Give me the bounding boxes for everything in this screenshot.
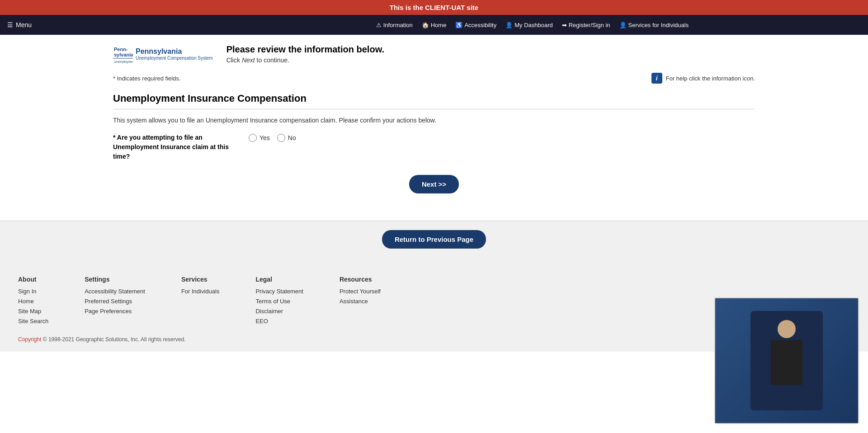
logo-text: Pennsylvania Unemployment Compensation S…	[136, 47, 213, 61]
interpreter-person-area	[750, 311, 823, 352]
footer-services-links: For Individuals	[181, 287, 220, 295]
required-note: * Indicates required fields. i For help …	[113, 73, 755, 84]
nav-information[interactable]: ⚠ Information	[376, 22, 413, 28]
nav-accessibility[interactable]: ♿ Accessibility	[455, 22, 496, 28]
footer-services-heading: Services	[181, 276, 220, 283]
list-item: For Individuals	[181, 287, 220, 295]
page-heading: Please review the information below.	[226, 44, 384, 55]
radio-no-label: No	[288, 134, 296, 141]
list-item: Preferred Settings	[85, 297, 145, 305]
question-row: * Are you attempting to file an Unemploy…	[113, 133, 755, 161]
return-button-row: Return to Previous Page	[0, 230, 868, 249]
person-body	[771, 340, 802, 352]
signin-icon: ➡	[562, 22, 567, 28]
required-fields-text: * Indicates required fields.	[113, 75, 181, 82]
help-text: For help click the information icon.	[666, 75, 755, 82]
footer-preferred-settings-link[interactable]: Preferred Settings	[85, 298, 132, 305]
pa-logo-icon: Penn- sylvania Unemployment	[113, 44, 133, 64]
next-button[interactable]: Next >>	[409, 175, 459, 193]
list-item: Disclaimer	[255, 307, 303, 315]
nav-my-dashboard[interactable]: 👤 My Dashboard	[505, 22, 553, 28]
footer-page-preferences-link[interactable]: Page Preferences	[85, 308, 132, 315]
footer-about-links: Sign In Home Site Map Site Search	[18, 287, 48, 325]
list-item: Site Map	[18, 307, 48, 315]
svg-text:Unemployment: Unemployment	[114, 60, 133, 64]
top-banner: This is the CLIENT-UAT site	[0, 0, 868, 15]
page-header-text: Please review the information below. Cli…	[226, 44, 384, 64]
footer-col-resources: Resources Protect Yourself Assistance	[340, 276, 381, 327]
information-icon: ⚠	[376, 22, 382, 28]
accessibility-icon: ♿	[455, 22, 462, 28]
nav-services[interactable]: 👤 Services for Individuals	[619, 22, 689, 28]
list-item: Assistance	[340, 297, 381, 305]
page-subtext: Click Next to continue.	[226, 56, 384, 64]
navbar: ☰ Menu ⚠ Information 🏠 Home ♿ Accessibil…	[0, 15, 868, 35]
footer-legal-heading: Legal	[255, 276, 303, 283]
list-item: EEO	[255, 317, 303, 325]
footer-about-heading: About	[18, 276, 48, 283]
nav-register-sign-in[interactable]: ➡ Register/Sign in	[562, 22, 610, 28]
footer-eeo-link[interactable]: EEO	[255, 318, 268, 325]
list-item: Page Preferences	[85, 307, 145, 315]
help-icon: i	[651, 73, 662, 84]
list-item: Home	[18, 297, 48, 305]
footer-site-map-link[interactable]: Site Map	[18, 308, 41, 315]
question-label: * Are you attempting to file an Unemploy…	[113, 133, 240, 161]
footer-col-about: About Sign In Home Site Map Site Search	[18, 276, 48, 327]
section-description: This system allows you to file an Unempl…	[113, 117, 755, 124]
footer-site-search-link[interactable]: Site Search	[18, 318, 48, 325]
page-header: Penn- sylvania Unemployment Pennsylvania…	[113, 44, 755, 64]
footer-copyright-link[interactable]: Copyright	[18, 336, 41, 343]
footer-settings-heading: Settings	[85, 276, 145, 283]
menu-label: Menu	[16, 21, 32, 28]
return-to-previous-button[interactable]: Return to Previous Page	[382, 230, 486, 249]
footer-disclaimer-link[interactable]: Disclaimer	[255, 308, 283, 315]
footer-resources-links: Protect Yourself Assistance	[340, 287, 381, 305]
home-icon: 🏠	[422, 22, 429, 28]
radio-yes[interactable]: Yes	[249, 134, 270, 142]
footer-col-settings: Settings Accessibility Statement Preferr…	[85, 276, 145, 327]
banner-text: This is the CLIENT-UAT site	[390, 4, 478, 11]
list-item: Accessibility Statement	[85, 287, 145, 295]
footer-col-services: Services For Individuals	[181, 276, 220, 327]
section-title: Unemployment Insurance Compensation	[113, 93, 755, 109]
list-item: Sign In	[18, 287, 48, 295]
radio-yes-label: Yes	[259, 134, 270, 141]
footer-privacy-statement-link[interactable]: Privacy Statement	[255, 288, 303, 295]
list-item: Terms of Use	[255, 297, 303, 305]
services-icon: 👤	[619, 22, 627, 28]
footer-for-individuals-link[interactable]: For Individuals	[181, 288, 220, 295]
list-item: Privacy Statement	[255, 287, 303, 295]
main-content: Penn- sylvania Unemployment Pennsylvania…	[95, 35, 773, 221]
person-head	[778, 320, 796, 338]
footer-legal-links: Privacy Statement Terms of Use Disclaime…	[255, 287, 303, 325]
footer-accessibility-statement-link[interactable]: Accessibility Statement	[85, 288, 145, 295]
footer-home-link[interactable]: Home	[18, 298, 34, 305]
radio-group: Yes No	[249, 134, 296, 142]
footer-terms-of-use-link[interactable]: Terms of Use	[255, 298, 290, 305]
logo: Penn- sylvania Unemployment Pennsylvania…	[113, 44, 213, 64]
logo-area: Penn- sylvania Unemployment Pennsylvania…	[113, 44, 213, 64]
dashboard-icon: 👤	[505, 22, 513, 28]
person-silhouette	[769, 320, 805, 352]
help-text-area: i For help click the information icon.	[651, 73, 755, 84]
radio-yes-input[interactable]	[249, 134, 257, 142]
footer-protect-yourself-link[interactable]: Protect Yourself	[340, 288, 381, 295]
list-item: Site Search	[18, 317, 48, 325]
footer-resources-heading: Resources	[340, 276, 381, 283]
footer-sign-in-link[interactable]: Sign In	[18, 288, 36, 295]
svg-text:sylvania: sylvania	[114, 52, 133, 57]
next-button-row: Next >>	[113, 175, 755, 193]
menu-toggle[interactable]: ☰ Menu	[7, 21, 32, 28]
interpreter-video	[715, 298, 858, 352]
hamburger-icon: ☰	[7, 21, 13, 28]
footer-assistance-link[interactable]: Assistance	[340, 298, 368, 305]
list-item: Protect Yourself	[340, 287, 381, 295]
interpreter-widget[interactable]	[714, 297, 859, 352]
navbar-links: ⚠ Information 🏠 Home ♿ Accessibility 👤 M…	[376, 22, 689, 28]
radio-no-input[interactable]	[277, 134, 285, 142]
footer-col-legal: Legal Privacy Statement Terms of Use Dis…	[255, 276, 303, 327]
svg-text:Penn-: Penn-	[114, 47, 128, 52]
radio-no[interactable]: No	[277, 134, 296, 142]
nav-home[interactable]: 🏠 Home	[422, 22, 447, 28]
